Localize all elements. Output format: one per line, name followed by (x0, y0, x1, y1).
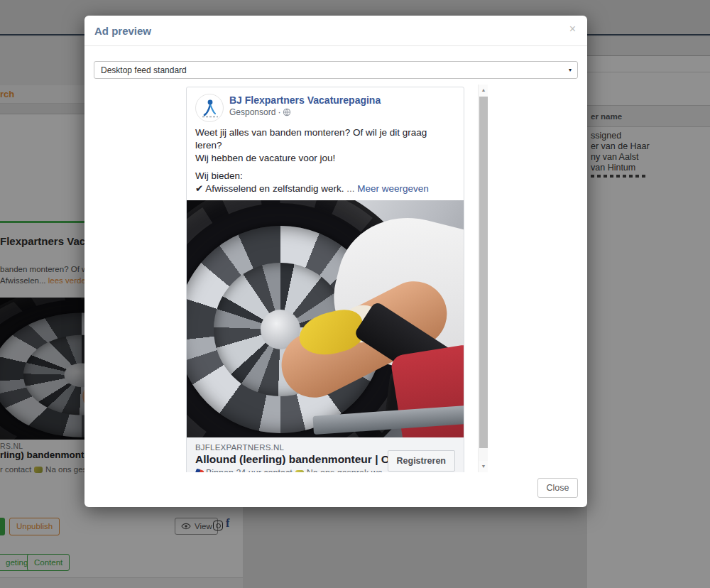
dart-emoji (195, 468, 204, 472)
ad-bullet-line: ✔ Afwisselend en zelfstandig werk. ... M… (195, 183, 455, 195)
handshake-emoji (295, 470, 304, 473)
preview-scrollbar[interactable]: ▲ ▼ (478, 85, 488, 472)
ad-image[interactable] (187, 200, 464, 437)
close-icon[interactable]: × (569, 23, 576, 35)
scrollbar-thumb[interactable] (479, 97, 488, 448)
ad-text-line: Weet jij alles van banden monteren? Of w… (195, 126, 455, 152)
close-button[interactable]: Close (537, 478, 578, 498)
globe-icon (283, 108, 291, 116)
chevron-down-icon: ▾ (569, 67, 572, 73)
scroll-down-arrow[interactable]: ▼ (479, 461, 488, 472)
ad-headline: Allound (leerling) bandenmonteur | Ooste… (195, 453, 382, 466)
selected-format: Desktop feed standard (101, 65, 187, 75)
modal-title: Ad preview (94, 25, 151, 37)
ad-link-description: Binnen 24 uur contact Na ons gesprek wee… (195, 468, 382, 472)
sponsored-label: Gesponsord · (229, 107, 381, 118)
see-more-link[interactable]: Meer weergeven (357, 183, 429, 194)
tire-photo (187, 200, 464, 437)
preview-format-select[interactable]: Desktop feed standard ▾ (94, 61, 578, 79)
ad-text-line: Wij bieden: (195, 170, 455, 183)
ad-link-card[interactable]: BJFLEXPARTNERS.NL Allound (leerling) ban… (187, 437, 464, 472)
register-cta-button[interactable]: Registreren (388, 450, 455, 472)
ad-text-line: Wij hebben de vacature voor jou! (195, 152, 455, 165)
flexpartners-logo-icon (196, 94, 224, 122)
page-avatar[interactable] (195, 94, 224, 122)
ad-primary-text: Weet jij alles van banden monteren? Of w… (187, 125, 464, 200)
ad-preview-modal: Ad preview × Desktop feed standard ▾ BJ … (84, 16, 587, 507)
page-name-link[interactable]: BJ Flexpartners Vacaturepagina (229, 94, 381, 107)
facebook-ad-card: BJ Flexpartners Vacaturepagina Gesponsor… (186, 87, 464, 472)
ad-display-link: BJFLEXPARTNERS.NL (195, 443, 382, 452)
scroll-up-arrow[interactable]: ▲ (479, 85, 488, 96)
modal-header: Ad preview × (84, 16, 587, 46)
ad-preview-frame: BJ Flexpartners Vacaturepagina Gesponsor… (184, 85, 488, 472)
check-icon: ✔ (195, 183, 203, 194)
ad-card-header: BJ Flexpartners Vacaturepagina Gesponsor… (187, 87, 464, 125)
